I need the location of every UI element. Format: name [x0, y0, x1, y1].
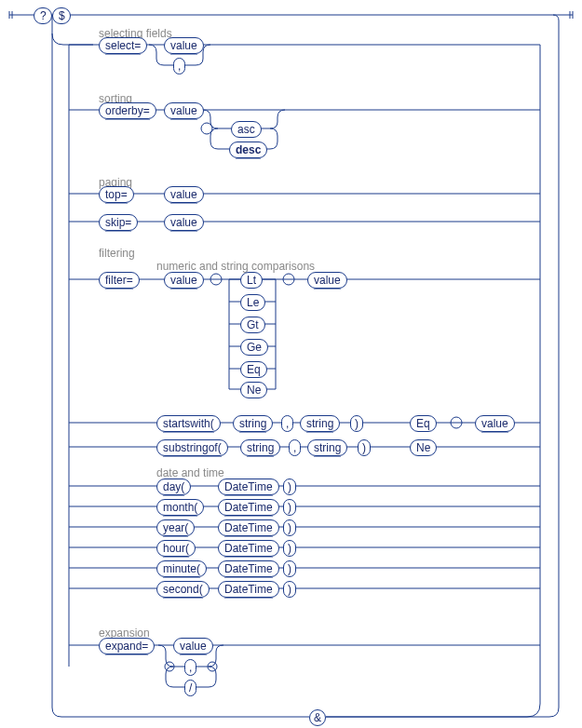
top-kw-text: top= [105, 187, 128, 202]
year-text: year( [163, 520, 188, 535]
second-text: second( [163, 582, 203, 597]
orderby-kw-text: orderby= [105, 103, 150, 118]
eq-text: Eq [247, 362, 261, 377]
node-top-keyword: top= [99, 186, 134, 203]
node-filter-value2: value [307, 272, 347, 289]
hour-arg-text: DateTime [224, 541, 273, 556]
node-op-eq: Eq [240, 361, 267, 378]
node-second-arg: DateTime [218, 581, 279, 598]
node-select-comma: , [173, 58, 185, 74]
node-month-close: ) [283, 499, 296, 516]
second-close-text: ) [288, 582, 291, 597]
minute-text: minute( [163, 561, 200, 576]
node-filter-value1: value [164, 272, 204, 289]
node-substringof-arg1: string [240, 439, 280, 456]
node-select-keyword: select= [99, 37, 147, 54]
node-year-close: ) [283, 519, 296, 536]
expand-kw-text: expand= [105, 639, 148, 654]
select-value-text: value [170, 38, 197, 53]
node-op-ne: Ne [240, 382, 267, 398]
node-day-arg: DateTime [218, 479, 279, 495]
startswith-comma-text: , [286, 416, 289, 431]
day-close-text: ) [288, 479, 291, 494]
desc-text: desc [236, 142, 261, 157]
startswith-eq-text: Eq [416, 416, 430, 431]
node-expand-keyword: expand= [99, 638, 155, 654]
minute-close-text: ) [288, 561, 291, 576]
substringof-arg2-text: string [314, 440, 341, 455]
qmark-text: ? [40, 8, 47, 23]
node-substringof-close: ) [358, 439, 371, 456]
node-second: second( [156, 581, 210, 598]
second-arg-text: DateTime [224, 582, 273, 597]
substringof-text: substringof( [163, 440, 222, 455]
expand-comma-text: , [189, 660, 192, 675]
node-startswith-val: value [475, 415, 515, 432]
node-op-lt: Lt [240, 272, 263, 289]
ne-text: Ne [247, 383, 261, 398]
node-hour-arg: DateTime [218, 540, 279, 557]
startswith-val-text: value [481, 416, 508, 431]
node-startswith-comma: , [281, 415, 293, 432]
filter-value1-text: value [170, 273, 197, 288]
substringof-comma-text: , [293, 440, 296, 455]
node-month: month( [156, 499, 204, 516]
substringof-arg1-text: string [247, 440, 274, 455]
substringof-close-text: ) [362, 440, 366, 455]
select-kw-text: select= [105, 38, 141, 53]
node-ampersand: & [309, 709, 326, 726]
node-substringof-ne: Ne [410, 439, 437, 456]
expand-slash-text: / [189, 681, 192, 695]
node-day: day( [156, 479, 191, 495]
railroad-lines [0, 0, 582, 728]
node-expand-slash: / [184, 680, 196, 696]
skip-kw-text: skip= [105, 215, 131, 230]
node-top-value: value [164, 186, 204, 203]
hour-close-text: ) [288, 541, 291, 556]
dollar-text: $ [59, 8, 65, 23]
minute-arg-text: DateTime [224, 561, 273, 576]
node-expand-value: value [173, 638, 213, 654]
node-startswith-arg2: string [300, 415, 340, 432]
asc-text: asc [237, 122, 255, 137]
svg-point-10 [201, 123, 212, 134]
select-comma-text: , [178, 59, 181, 74]
startswith-close-text: ) [355, 416, 359, 431]
node-desc: desc [229, 142, 267, 158]
day-text: day( [163, 479, 184, 494]
startswith-arg1-text: string [239, 416, 266, 431]
node-question-mark: ? [34, 7, 52, 24]
lt-text: Lt [247, 273, 256, 288]
node-filter-keyword: filter= [99, 272, 140, 289]
gt-text: Gt [247, 317, 259, 332]
filter-value2-text: value [314, 273, 341, 288]
node-substringof: substringof( [156, 439, 228, 456]
ge-text: Ge [247, 340, 262, 355]
node-minute-close: ) [283, 560, 296, 577]
node-startswith-arg1: string [233, 415, 273, 432]
month-arg-text: DateTime [224, 500, 273, 515]
year-close-text: ) [288, 520, 291, 535]
node-month-arg: DateTime [218, 499, 279, 516]
top-value-text: value [170, 187, 197, 202]
node-hour-close: ) [283, 540, 296, 557]
node-startswith-eq: Eq [410, 415, 437, 432]
amp-text: & [314, 710, 321, 725]
node-op-ge: Ge [240, 339, 268, 356]
node-minute-arg: DateTime [218, 560, 279, 577]
le-text: Le [247, 295, 259, 310]
node-year-arg: DateTime [218, 519, 279, 536]
node-hour: hour( [156, 540, 196, 557]
node-dollar: $ [52, 7, 71, 24]
node-orderby-value: value [164, 102, 204, 119]
expand-value-text: value [180, 639, 207, 654]
node-op-le: Le [240, 294, 265, 311]
month-close-text: ) [288, 500, 291, 515]
node-day-close: ) [283, 479, 296, 495]
node-substringof-arg2: string [307, 439, 347, 456]
substringof-ne-text: Ne [416, 440, 430, 455]
label-filtering: filtering [99, 246, 135, 261]
node-select-value: value [164, 37, 204, 54]
month-text: month( [163, 500, 197, 515]
node-skip-keyword: skip= [99, 214, 138, 231]
